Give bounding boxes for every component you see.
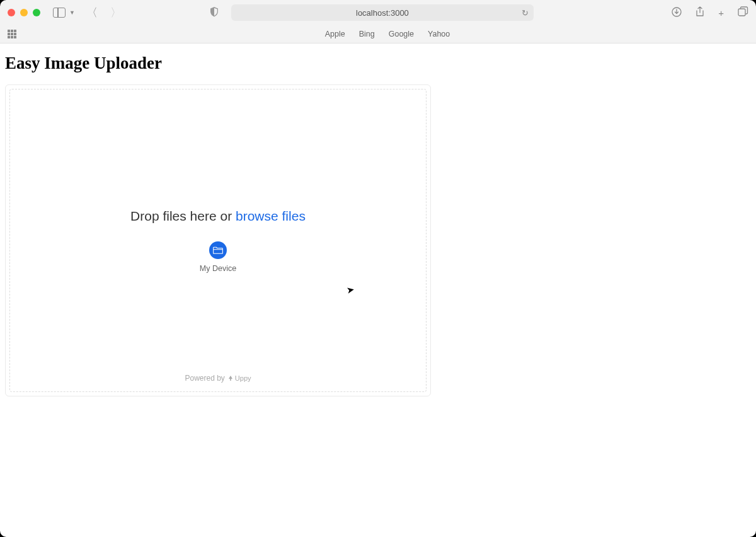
minimize-window-button[interactable] [20,9,28,16]
favorite-link-bing[interactable]: Bing [359,30,375,38]
page-content: Easy Image Uploader Drop files here or b… [0,43,756,407]
close-window-button[interactable] [8,9,15,16]
favorites-links: Apple Bing Google Yahoo [26,30,748,38]
sidebar-toggle-icon[interactable] [53,8,66,18]
browser-chrome: ▼ 〈 〉 localhost:3000 ↻ + [0,0,756,43]
favorite-link-yahoo[interactable]: Yahoo [428,30,450,38]
folder-icon [209,241,227,259]
reload-icon[interactable]: ↻ [522,8,529,18]
my-device-button[interactable]: My Device [200,241,236,273]
url-text: localhost:3000 [356,8,409,18]
maximize-window-button[interactable] [33,9,40,16]
new-tab-icon[interactable]: + [718,8,724,18]
address-bar[interactable]: localhost:3000 ↻ [231,4,534,21]
powered-by-prefix: Powered by [185,374,224,383]
chevron-down-icon[interactable]: ▼ [69,9,75,16]
browser-toolbar: ▼ 〈 〉 localhost:3000 ↻ + [0,0,756,25]
favorite-link-apple[interactable]: Apple [325,30,345,38]
uppy-name: Uppy [235,374,251,382]
toolbar-right: + [672,6,748,20]
favorite-link-google[interactable]: Google [389,30,414,38]
privacy-icon[interactable] [210,7,219,19]
tabs-overview-icon[interactable] [738,6,748,19]
window-controls [8,9,40,16]
uppy-logo: Uppy [227,374,251,382]
share-icon[interactable] [696,6,704,20]
favorites-bar: Apple Bing Google Yahoo [0,25,756,43]
nav-arrows: 〈 〉 [86,7,122,18]
downloads-icon[interactable] [672,7,682,19]
page-title: Easy Image Uploader [5,54,751,73]
device-label: My Device [200,264,236,273]
svg-rect-1 [738,9,745,16]
drop-instructions: Drop files here or browse files [130,209,306,224]
dropzone[interactable]: Drop files here or browse files My Devic… [9,89,427,392]
svg-rect-2 [230,379,231,381]
powered-by[interactable]: Powered by Uppy [185,374,251,383]
drop-text-prefix: Drop files here or [130,209,236,223]
apps-grid-icon[interactable] [8,30,16,38]
browse-files-link[interactable]: browse files [236,209,306,223]
uploader-container: Drop files here or browse files My Devic… [5,84,431,396]
forward-button[interactable]: 〉 [110,7,122,18]
back-button[interactable]: 〈 [86,7,98,18]
